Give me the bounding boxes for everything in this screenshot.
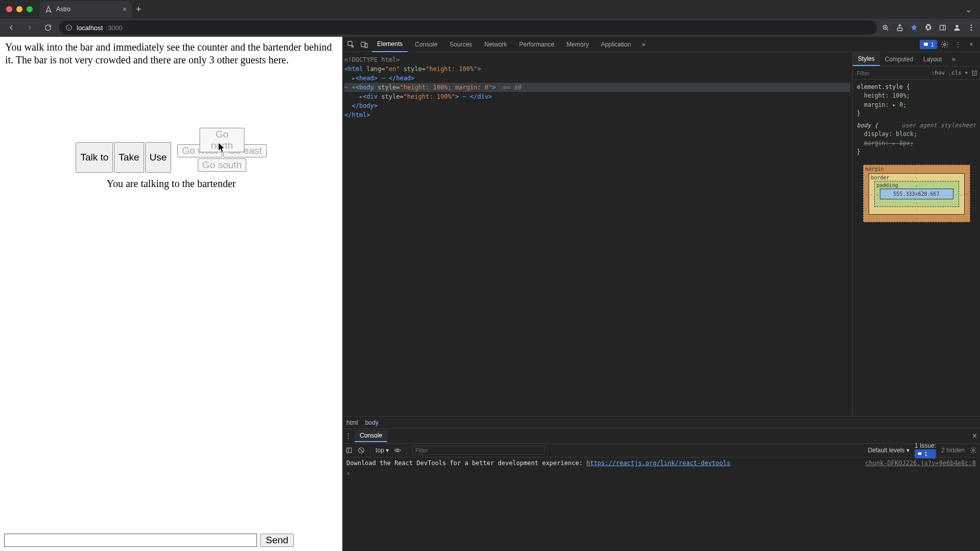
rule-height: height: 100%;: [864, 92, 910, 99]
reload-button[interactable]: [41, 20, 55, 35]
more-tabs-icon[interactable]: »: [638, 39, 649, 50]
styles-tab-computed[interactable]: Computed: [880, 52, 918, 66]
devtools-close-icon[interactable]: ×: [966, 39, 977, 50]
close-window-button[interactable]: [6, 6, 12, 12]
new-style-rule-icon[interactable]: +: [965, 70, 968, 76]
send-button[interactable]: Send: [260, 534, 294, 547]
crumb-body[interactable]: body: [365, 419, 379, 426]
log-source-link[interactable]: chunk-DFKOJ226.js?v=9e6b4e8c:8: [865, 460, 976, 467]
bm-border-label: border: [871, 175, 890, 180]
svg-point-5: [971, 25, 972, 26]
bm-content-dimensions: 555.333×628.667: [880, 189, 953, 199]
bookmark-star-icon[interactable]: [909, 23, 919, 32]
maximize-window-button[interactable]: [27, 6, 33, 12]
hidden-messages[interactable]: 2 hidden: [941, 447, 965, 454]
styles-more-icon[interactable]: »: [947, 52, 961, 66]
console-settings-icon[interactable]: [970, 447, 977, 454]
chat-bar: Send: [0, 530, 342, 551]
computed-styles-icon[interactable]: [971, 70, 977, 76]
style-rules[interactable]: element.style { height: 100%; margin: ▸ …: [853, 80, 980, 159]
sidepanel-icon[interactable]: [938, 23, 947, 32]
share-icon[interactable]: [895, 23, 904, 32]
svg-point-4: [955, 25, 958, 28]
hov-toggle[interactable]: :hov: [931, 70, 945, 76]
rule-margin: margin: ▸ 0;: [864, 101, 906, 108]
take-button[interactable]: Take: [114, 142, 144, 173]
url-rest: :3000: [106, 24, 123, 32]
settings-icon[interactable]: [939, 39, 950, 50]
log-levels-selector[interactable]: Default levels ▾: [868, 447, 909, 454]
issues-link[interactable]: 1 Issue: 1: [915, 442, 936, 458]
breadcrumb: html body: [342, 416, 980, 428]
box-model[interactable]: margin ---- border ---- padding ---- 555…: [863, 165, 970, 222]
device-toolbar-icon[interactable]: [359, 39, 370, 50]
chat-input[interactable]: [4, 534, 257, 547]
issues-badge[interactable]: 1: [920, 40, 937, 49]
crumb-html[interactable]: html: [346, 419, 358, 426]
forward-button[interactable]: [22, 20, 37, 35]
rule-element-style: element.style {: [857, 83, 910, 90]
zoom-icon[interactable]: [881, 23, 890, 32]
console-log[interactable]: chunk-DFKOJ226.js?v=9e6b4e8c:8 Download …: [342, 457, 980, 551]
styles-filter-input[interactable]: [856, 70, 928, 77]
back-button[interactable]: [4, 20, 18, 35]
minimize-window-button[interactable]: [16, 6, 22, 12]
inspect-element-icon[interactable]: [345, 39, 357, 50]
console-prompt-icon[interactable]: ›: [346, 470, 350, 477]
story-text: You walk into the bar and immediately se…: [0, 37, 342, 71]
menu-icon[interactable]: [967, 23, 976, 32]
workspace: You walk into the bar and immediately se…: [0, 37, 980, 551]
url-host: localhost: [77, 24, 103, 32]
tab-elements[interactable]: Elements: [372, 37, 408, 52]
clear-console-icon[interactable]: [358, 447, 365, 454]
browser-tab[interactable]: Astro ×: [40, 1, 132, 17]
rule-body-selector: body {: [857, 122, 878, 129]
tab-application[interactable]: Application: [596, 37, 636, 52]
bm-margin-label: margin: [866, 166, 884, 172]
drawer-tab-console[interactable]: Console: [355, 430, 387, 442]
status-text: You are talking to the bartender: [0, 178, 342, 190]
use-button[interactable]: Use: [145, 142, 172, 173]
drawer-close-icon[interactable]: ×: [972, 431, 977, 441]
svg-point-6: [971, 27, 972, 29]
tab-sources[interactable]: Sources: [445, 37, 477, 52]
issues-count: 1: [931, 41, 934, 48]
cls-toggle[interactable]: .cls: [948, 70, 962, 76]
dom-tree[interactable]: <!DOCTYPE html> <html lang="en" style="h…: [342, 52, 852, 416]
context-selector[interactable]: top ▾: [376, 447, 389, 454]
svg-rect-3: [940, 25, 946, 30]
svg-point-17: [396, 449, 399, 451]
tab-memory[interactable]: Memory: [562, 37, 594, 52]
console-filter-input[interactable]: [412, 446, 545, 455]
rendered-page: You walk into the bar and immediately se…: [0, 37, 342, 551]
styles-tab-layout[interactable]: Layout: [918, 52, 947, 66]
console-sidebar-icon[interactable]: [345, 447, 353, 454]
dom-doctype: <!DOCTYPE html>: [344, 56, 400, 63]
svg-rect-15: [346, 448, 351, 452]
svg-point-19: [972, 449, 974, 451]
styles-pane: Styles Computed Layout » :hov .cls + ele…: [852, 52, 980, 416]
extensions-icon[interactable]: [924, 23, 933, 32]
go-north-button[interactable]: Go north: [200, 128, 244, 152]
tab-close-icon[interactable]: ×: [123, 5, 127, 13]
log-link[interactable]: https://reactjs.org/link/react-devtools: [587, 460, 731, 467]
tabs-overflow-icon[interactable]: ⌄: [965, 5, 972, 14]
action-panel: Talk to Take Use Go north Go west Go eas…: [0, 142, 342, 173]
new-tab-button[interactable]: +: [136, 4, 142, 15]
browser-toolbar: localhost:3000: [0, 18, 980, 37]
profile-icon[interactable]: [952, 23, 962, 32]
rule-display: display: block;: [864, 130, 917, 137]
console-drawer: ⋮ Console × top ▾ Default levels ▾ 1 Iss…: [342, 428, 980, 551]
devtools-menu-icon[interactable]: ⋮: [952, 39, 964, 50]
drawer-menu-icon[interactable]: ⋮: [345, 432, 352, 440]
address-bar[interactable]: localhost:3000: [59, 20, 877, 35]
go-south-button[interactable]: Go south: [198, 158, 246, 172]
tab-performance[interactable]: Performance: [514, 37, 559, 52]
talk-to-button[interactable]: Talk to: [76, 142, 113, 173]
tab-console[interactable]: Console: [410, 37, 442, 52]
live-expression-icon[interactable]: [394, 447, 401, 454]
tab-network[interactable]: Network: [479, 37, 512, 52]
styles-tab-styles[interactable]: Styles: [853, 52, 880, 66]
site-info-icon[interactable]: [64, 23, 74, 32]
bm-padding-label: padding: [877, 182, 898, 188]
